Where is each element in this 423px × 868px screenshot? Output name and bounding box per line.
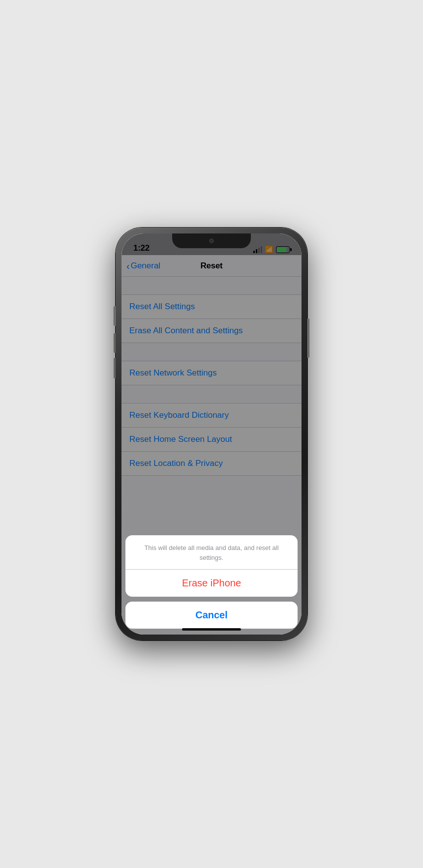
notch-camera: [209, 238, 214, 243]
home-indicator: [182, 628, 241, 631]
action-sheet-container: This will delete all media and data, and…: [121, 535, 302, 635]
notch: [172, 233, 251, 248]
action-sheet-message: This will delete all media and data, and…: [125, 535, 298, 570]
phone-inner: 1:22 📶: [121, 233, 302, 635]
screen: 1:22 📶: [121, 233, 302, 635]
action-sheet-main: This will delete all media and data, and…: [125, 535, 298, 597]
cancel-button[interactable]: Cancel: [125, 602, 298, 629]
phone-outer: 1:22 📶: [116, 228, 307, 640]
phone-wrapper: 1:22 📶: [108, 223, 315, 645]
erase-iphone-button[interactable]: Erase iPhone: [125, 570, 298, 597]
